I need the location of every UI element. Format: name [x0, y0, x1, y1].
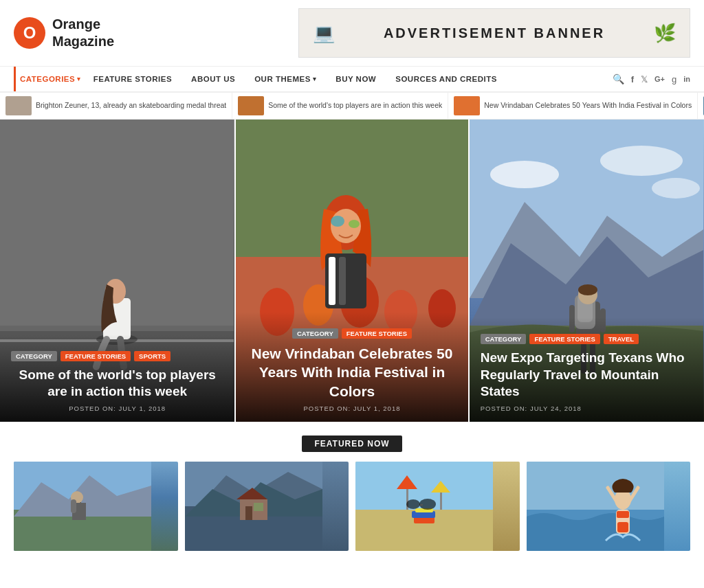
ticker-item[interactable]: Travel to Minnesota cabin is met with la…	[698, 93, 704, 119]
tag-feature-2[interactable]: Feature Stories	[342, 328, 412, 339]
svg-point-64	[406, 499, 420, 509]
tag-category-3[interactable]: Category	[481, 334, 527, 344]
hero-title-1: Some of the world's top players are in a…	[11, 367, 223, 400]
search-icon[interactable]: 🔍	[613, 74, 624, 84]
svg-rect-72	[617, 522, 628, 532]
nav-item-buynow[interactable]: BUY NOW	[326, 67, 386, 91]
twitter-icon[interactable]: 𝕏	[641, 74, 648, 84]
tag-category-1[interactable]: Category	[11, 351, 57, 361]
news-ticker: Brighton Zeuner, 13, already an skateboa…	[0, 93, 704, 120]
featured-thumb-4	[527, 462, 691, 551]
navigation: CATEGORIES ▾ FEATURE STORIES ABOUT US OU…	[0, 67, 704, 93]
featured-card-4[interactable]	[527, 462, 691, 551]
card-2-tags: Category Feature Stories	[247, 328, 456, 339]
svg-point-22	[490, 161, 559, 188]
ad-text: ADVERTISEMENT BANNER	[384, 25, 605, 41]
ticker-thumb	[238, 96, 264, 115]
header: O Orange Magazine 💻 ADVERTISEMENT BANNER…	[0, 0, 704, 67]
tag-feature-3[interactable]: Feature Stories	[529, 334, 600, 344]
svg-rect-71	[617, 511, 629, 518]
ticker-text: Brighton Zeuner, 13, already an skateboa…	[36, 101, 226, 111]
nav-item-feature[interactable]: FEATURE STORIES	[84, 67, 182, 91]
featured-label: Featured Now	[302, 436, 402, 452]
nav-item-sources[interactable]: SOURCES AND CREDITS	[386, 67, 507, 91]
nav-actions: 🔍 f 𝕏 G+ g in	[613, 74, 690, 84]
featured-image-4	[527, 462, 664, 551]
nav-item-themes[interactable]: OUR THEMES ▾	[245, 67, 326, 91]
featured-header: Featured Now	[14, 436, 690, 452]
svg-point-17	[349, 220, 360, 228]
svg-point-16	[331, 216, 344, 227]
tag-travel-3[interactable]: Travel	[604, 334, 639, 344]
svg-rect-58	[440, 493, 442, 510]
ticker-text: Some of the world's top players are in a…	[268, 101, 442, 111]
facebook-icon[interactable]: f	[631, 74, 634, 84]
card-3-tags: Category Feature Stories Travel	[481, 334, 693, 344]
featured-image-3	[355, 462, 493, 551]
hero-card-2[interactable]: Category Feature Stories New Vrindaban C…	[234, 120, 469, 422]
card-1-tags: Category Feature Stories Sports	[11, 351, 223, 361]
featured-thumb-3	[355, 462, 520, 551]
ticker-item[interactable]: Brighton Zeuner, 13, already an skateboa…	[0, 93, 232, 119]
hero-card-2-overlay: Category Feature Stories New Vrindaban C…	[236, 312, 468, 422]
featured-card-1[interactable]	[14, 462, 178, 551]
hero-card-3-overlay: Category Feature Stories Travel New Expo…	[470, 317, 704, 422]
nav-item-categories[interactable]: CATEGORIES ▾	[14, 67, 84, 91]
svg-point-36	[578, 284, 597, 295]
hero-date-3: POSTED ON: JULY 24, 2018	[481, 405, 693, 412]
svg-rect-50	[245, 506, 252, 520]
featured-thumb-1	[14, 462, 178, 551]
ticker-item[interactable]: Some of the world's top players are in a…	[232, 93, 448, 119]
hero-card-1[interactable]: Category Feature Stories Sports Some of …	[0, 120, 234, 422]
svg-point-23	[600, 146, 683, 176]
hero-card-3[interactable]: Category Feature Stories Travel New Expo…	[470, 120, 704, 422]
nav-links: CATEGORIES ▾ FEATURE STORIES ABOUT US OU…	[14, 67, 507, 91]
hero-date-2: POSTED ON: JULY 1, 2018	[247, 405, 456, 412]
svg-point-24	[652, 178, 700, 199]
featured-section: Featured Now	[0, 422, 704, 558]
google-icon[interactable]: g	[672, 74, 676, 84]
logo[interactable]: O Orange Magazine	[14, 16, 114, 50]
featured-image-1	[14, 462, 151, 551]
featured-card-2[interactable]	[185, 462, 349, 551]
featured-card-3[interactable]	[355, 462, 520, 551]
tag-sports-1[interactable]: Sports	[134, 351, 170, 361]
logo-circle: O	[14, 17, 45, 49]
hero-grid: Category Feature Stories Sports Some of …	[0, 120, 704, 422]
themes-chevron-icon: ▾	[313, 76, 317, 82]
svg-rect-51	[254, 503, 263, 511]
ticker-text: New Vrindaban Celebrates 50 Years With I…	[484, 101, 692, 111]
tag-category-2[interactable]: Category	[292, 328, 338, 339]
ad-plant-icon: 🌿	[654, 23, 676, 44]
svg-rect-20	[339, 257, 346, 305]
featured-thumb-2	[185, 462, 349, 551]
nav-item-about[interactable]: ABOUT US	[182, 67, 245, 91]
hero-card-1-overlay: Category Feature Stories Sports Some of …	[0, 335, 234, 422]
googleplus-icon[interactable]: G+	[654, 75, 665, 83]
ticker-thumb	[454, 96, 480, 115]
featured-grid	[14, 462, 690, 551]
svg-rect-19	[329, 257, 336, 305]
hero-date-1: POSTED ON: JULY 1, 2018	[11, 405, 223, 412]
categories-chevron-icon: ▾	[77, 76, 81, 82]
ticker-thumb	[6, 96, 32, 115]
linkedin-icon[interactable]: in	[683, 75, 690, 83]
featured-image-2	[185, 462, 322, 551]
ticker-item[interactable]: New Vrindaban Celebrates 50 Years With I…	[448, 93, 698, 119]
ad-laptop-icon: 💻	[313, 23, 335, 44]
ad-banner: 💻 ADVERTISEMENT BANNER 🌿	[298, 8, 690, 58]
tag-feature-1[interactable]: Feature Stories	[60, 351, 131, 361]
hero-title-3: New Expo Targeting Texans Who Regularly …	[481, 350, 693, 400]
svg-rect-43	[71, 499, 76, 513]
hero-title-2: New Vrindaban Celebrates 50 Years With I…	[247, 344, 456, 400]
logo-text: Orange Magazine	[52, 16, 114, 50]
